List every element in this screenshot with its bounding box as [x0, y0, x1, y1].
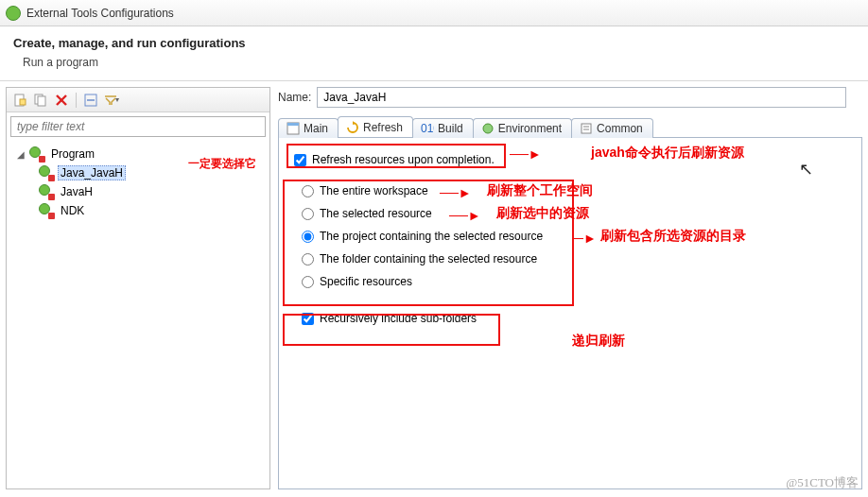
- annotation-after-run: javah命令执行后刷新资源: [591, 145, 744, 162]
- tab-label: Common: [597, 122, 643, 135]
- header-subtitle: Run a program: [23, 56, 855, 69]
- filter-input[interactable]: [10, 116, 266, 137]
- annotation-recursive: 递归刷新: [572, 333, 625, 350]
- watermark: @51CTO博客: [786, 474, 859, 491]
- svg-rect-3: [38, 96, 45, 106]
- program-icon: [29, 146, 44, 162]
- svg-rect-1: [20, 99, 26, 105]
- config-tree[interactable]: ◢ Program Java_JavaH JavaH NDK: [7, 141, 269, 488]
- radio-folder[interactable]: [302, 253, 314, 266]
- filter-button[interactable]: ▾: [102, 91, 121, 110]
- duplicate-button[interactable]: [31, 91, 50, 110]
- tab-main[interactable]: Main: [278, 118, 339, 138]
- title-bar: External Tools Configurations: [0, 0, 868, 26]
- annotation-selected: 刷新选中的资源: [496, 205, 589, 222]
- left-panel: ▾ ◢ Program Java_JavaH JavaH NDK: [6, 87, 270, 489]
- expand-arrow-icon[interactable]: ◢: [16, 149, 26, 160]
- opt-specific-resources[interactable]: Specific resources: [302, 270, 595, 293]
- tab-label: Main: [304, 122, 328, 135]
- arrow-icon: ──►: [440, 185, 472, 200]
- tab-label: Environment: [498, 122, 562, 135]
- left-toolbar: ▾: [7, 88, 269, 112]
- radio-specific[interactable]: [302, 276, 314, 288]
- delete-button[interactable]: [52, 91, 71, 110]
- dialog-header: Create, manage, and run configurations R…: [0, 26, 868, 73]
- refresh-on-completion-row[interactable]: Refresh resources upon completion.: [294, 153, 846, 166]
- svg-rect-14: [582, 124, 591, 133]
- annotation-entire: 刷新整个工作空间: [487, 182, 593, 199]
- build-tab-icon: 010: [421, 122, 434, 135]
- radio-label: Specific resources: [320, 275, 412, 288]
- tab-refresh[interactable]: Refresh: [338, 116, 413, 137]
- tab-build[interactable]: 010 Build: [412, 118, 474, 138]
- name-label: Name:: [278, 91, 311, 104]
- tab-label: Build: [438, 122, 463, 135]
- tree-item-label: Java_JavaH: [58, 165, 126, 180]
- copy-icon: [34, 94, 47, 107]
- tab-label: Refresh: [363, 121, 403, 134]
- app-icon: [6, 6, 21, 21]
- radio-label: The folder containing the selected resou…: [320, 252, 537, 266]
- program-icon: [39, 165, 54, 180]
- main-tab-icon: [286, 122, 300, 135]
- opt-project-containing[interactable]: The project containing the selected reso…: [302, 225, 595, 248]
- new-doc-icon: [13, 94, 26, 107]
- program-icon: [39, 203, 54, 218]
- recursive-checkbox[interactable]: [302, 313, 314, 325]
- tree-root-label: Program: [48, 147, 97, 161]
- collapse-all-button[interactable]: [81, 91, 100, 110]
- tree-item-label: NDK: [58, 204, 87, 217]
- toolbar-separator: [76, 93, 77, 108]
- refresh-tab-body: Refresh resources upon completion. The e…: [278, 138, 862, 489]
- refresh-on-completion-label: Refresh resources upon completion.: [312, 153, 495, 166]
- chevron-down-icon: ▾: [115, 95, 119, 104]
- name-input[interactable]: [317, 87, 846, 108]
- tab-common[interactable]: Common: [571, 118, 653, 138]
- radio-entire[interactable]: [302, 185, 314, 197]
- common-tab-icon: [580, 122, 593, 135]
- arrow-icon: ──►: [449, 208, 481, 223]
- svg-rect-10: [287, 123, 299, 126]
- arrow-icon: ─►: [574, 231, 597, 246]
- tab-environment[interactable]: Environment: [473, 118, 572, 138]
- recursive-row[interactable]: Recursively include sub-folders: [302, 312, 846, 325]
- opt-folder-containing[interactable]: The folder containing the selected resou…: [302, 248, 595, 270]
- cursor-icon: ↖: [799, 159, 813, 180]
- name-row: Name:: [274, 87, 862, 108]
- recursive-label: Recursively include sub-folders: [320, 312, 477, 325]
- radio-selected[interactable]: [302, 208, 314, 220]
- radio-label: The entire workspace: [320, 184, 428, 197]
- refresh-on-completion-checkbox[interactable]: [294, 154, 306, 166]
- radio-label: The selected resource: [320, 207, 432, 220]
- filter-box: [10, 116, 266, 137]
- refresh-tab-icon: [346, 121, 359, 134]
- env-tab-icon: [481, 122, 495, 135]
- main-area: ▾ ◢ Program Java_JavaH JavaH NDK: [0, 81, 868, 491]
- tree-item-ndk[interactable]: NDK: [12, 201, 264, 220]
- delete-x-icon: [55, 94, 68, 107]
- svg-text:010: 010: [421, 122, 434, 135]
- annotation-project: 刷新包含所选资源的目录: [600, 228, 746, 245]
- header-title: Create, manage, and run configurations: [13, 36, 855, 50]
- svg-point-13: [483, 124, 493, 133]
- tab-bar: Main Refresh 010 Build Environment Commo…: [278, 113, 862, 138]
- program-icon: [39, 184, 54, 199]
- tree-item-label: JavaH: [58, 185, 95, 198]
- radio-project[interactable]: [302, 231, 314, 243]
- right-panel: Name: Main Refresh 010 Build Environment: [274, 87, 862, 489]
- collapse-icon: [84, 94, 97, 107]
- new-config-button[interactable]: [10, 91, 29, 110]
- tree-item-javah[interactable]: JavaH: [12, 182, 264, 201]
- window-title: External Tools Configurations: [26, 7, 174, 20]
- arrow-icon: ──►: [510, 146, 542, 162]
- radio-label: The project containing the selected reso…: [320, 230, 543, 243]
- annotation-must-select: 一定要选择它: [180, 155, 265, 171]
